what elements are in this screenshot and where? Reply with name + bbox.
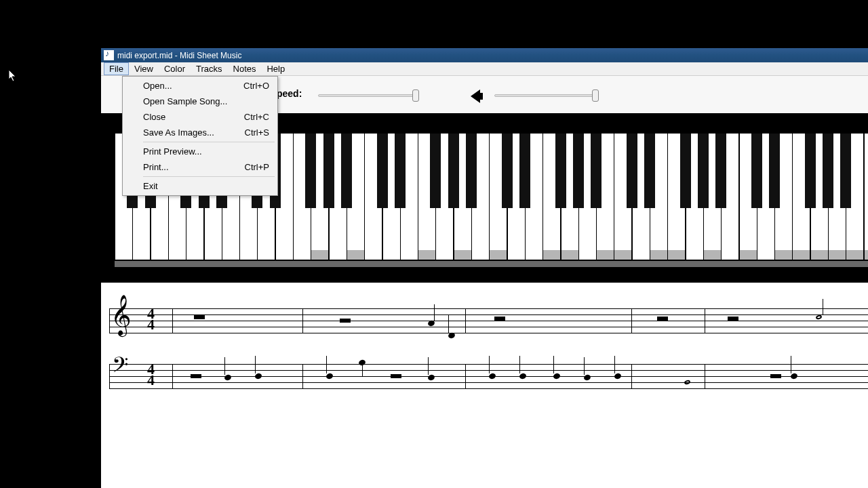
piano-black-key[interactable] [680,134,691,208]
time-signature-treble: 4 4 [147,308,155,330]
menu-tracks[interactable]: Tracks [191,62,228,75]
bass-clef-icon: 𝄢 [112,354,128,380]
speed-slider[interactable] [318,94,416,97]
piano-black-key[interactable] [840,134,851,208]
volume-slider-thumb[interactable] [592,89,599,102]
window-title: midi export.mid - Midi Sheet Music [117,51,241,60]
piano-black-key[interactable] [627,134,637,208]
menu-item-label: Save As Images... [143,127,214,138]
titlebar[interactable]: midi export.mid - Midi Sheet Music [101,48,868,62]
piano-black-key[interactable] [305,134,316,208]
time-signature-bass: 4 4 [147,364,155,386]
file-menu-item[interactable]: Save As Images...Ctrl+S [124,125,276,140]
menu-color[interactable]: Color [159,62,191,75]
piano-black-key[interactable] [591,134,601,208]
piano-white-key[interactable] [864,134,868,260]
piano-bottom-strip [115,261,868,267]
piano-black-key[interactable] [805,134,816,208]
piano-black-key[interactable] [555,134,566,208]
piano-black-key[interactable] [698,134,709,208]
menu-item-label: Close [143,112,165,122]
piano-black-key[interactable] [502,134,513,208]
piano-black-key[interactable] [341,134,352,208]
speed-label: peed: [277,88,302,99]
menu-view[interactable]: View [129,62,159,75]
app-icon [104,50,114,60]
file-menu-item[interactable]: Print Preview... [124,144,276,159]
piano-black-key[interactable] [769,134,780,208]
piano-black-key[interactable] [395,134,406,208]
file-menu-dropdown: Open...Ctrl+OOpen Sample Song...CloseCtr… [122,76,278,196]
file-menu-item[interactable]: Open Sample Song... [124,94,276,109]
speed-slider-thumb[interactable] [412,89,419,102]
menu-item-label: Open... [143,81,172,91]
piano-black-key[interactable] [377,134,388,208]
file-menu-item[interactable]: Print...Ctrl+P [124,159,276,175]
piano-black-key[interactable] [448,134,459,208]
menu-notes[interactable]: Notes [228,62,262,75]
piano-black-key[interactable] [715,134,726,208]
piano-black-key[interactable] [573,134,584,208]
menu-file[interactable]: File [104,62,129,75]
piano-black-key[interactable] [323,134,334,208]
menu-item-label: Print Preview... [143,146,202,157]
menu-separator [143,176,275,177]
mouse-cursor-icon [8,69,19,84]
menu-item-shortcut: Ctrl+P [245,162,269,172]
piano-black-key[interactable] [430,134,441,208]
sheet-music-panel: 𝄞 4 4 𝄢 4 4 [101,288,868,488]
file-menu-item[interactable]: CloseCtrl+C [124,109,276,125]
menu-item-label: Print... [143,162,169,172]
piano-black-key[interactable] [466,134,477,208]
piano-black-key[interactable] [644,134,655,208]
treble-clef-icon: 𝄞 [111,298,132,333]
menu-item-shortcut: Ctrl+O [243,81,269,91]
volume-icon [471,89,480,103]
menu-item-label: Exit [143,181,158,191]
file-menu-item[interactable]: Exit [124,178,276,194]
menu-item-label: Open Sample Song... [143,96,227,106]
menu-item-shortcut: Ctrl+S [245,127,269,138]
menu-separator [143,142,275,142]
piano-black-key[interactable] [751,134,762,208]
volume-slider[interactable] [494,94,596,97]
piano-black-key[interactable] [823,134,833,208]
piano-black-key[interactable] [519,134,530,208]
menu-item-shortcut: Ctrl+C [244,112,269,122]
menu-help[interactable]: Help [261,62,290,75]
menubar: File View Color Tracks Notes Help [101,62,868,76]
file-menu-item[interactable]: Open...Ctrl+O [124,78,276,94]
